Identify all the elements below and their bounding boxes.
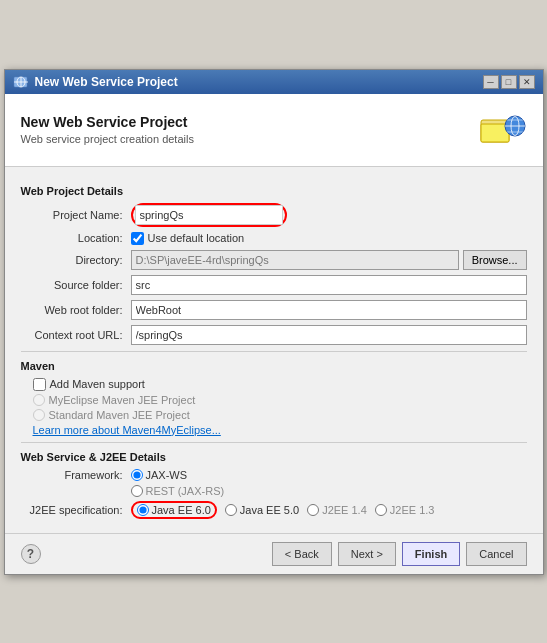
j2ee-spec-label: J2EE specification: [21,504,131,516]
header-subtitle: Web service project creation details [21,133,194,145]
finish-button[interactable]: Finish [402,542,460,566]
separator-1 [21,351,527,352]
main-window: New Web Service Project ─ □ ✕ New Web Se… [4,69,544,575]
location-row: Location:Use default location [21,232,527,245]
maven-section: Maven Add Maven support MyEclipse Maven … [21,360,527,436]
context-root-url-row: Context root URL: [21,325,527,345]
help-button[interactable]: ? [21,544,41,564]
framework-label: Framework: [21,469,131,481]
jaxws-radio[interactable] [131,469,143,481]
source-folder-label: Source folder: [21,279,131,291]
directory-label: Directory: [21,254,131,266]
project-name-input[interactable] [135,205,283,225]
use-default-location-checkbox[interactable] [131,232,144,245]
java-ee-5-option: Java EE 5.0 [225,504,299,516]
framework-row: Framework: JAX-WS [21,469,527,481]
next-button[interactable]: Next > [338,542,396,566]
learn-more-link[interactable]: Learn more about Maven4MyEclipse... [21,424,527,436]
j2ee-13-radio[interactable] [375,504,387,516]
header-title: New Web Service Project [21,114,194,130]
jaxws-label: JAX-WS [146,469,188,481]
source-folder-input[interactable] [131,275,527,295]
standard-maven-row: Standard Maven JEE Project [21,409,527,421]
standard-maven-radio[interactable] [33,409,45,421]
j2ee-options: Java EE 6.0 Java EE 5.0 J2EE 1.4 J2EE 1.… [131,501,435,519]
j2ee-14-label: J2EE 1.4 [322,504,367,516]
globe-folder-icon [479,106,527,154]
j2ee-spec-row: J2EE specification: Java EE 6.0 Java EE … [21,501,527,519]
java-ee-6-radio[interactable] [137,504,149,516]
location-label: Location: [21,232,131,244]
web-project-details-section-title: Web Project Details [21,185,527,197]
rest-option: REST (JAX-RS) [131,485,225,497]
header-section: New Web Service Project Web service proj… [5,94,543,167]
project-name-label: Project Name: [21,209,131,221]
jaxws-option: JAX-WS [131,469,188,481]
separator-2 [21,442,527,443]
myeclipse-maven-label: MyEclipse Maven JEE Project [49,394,196,406]
browse-button[interactable]: Browse... [463,250,527,270]
project-name-circle [131,203,287,227]
use-default-location-label: Use default location [148,232,245,244]
ws-j2ee-section-title: Web Service & J2EE Details [21,451,527,463]
source-folder-row: Source folder: [21,275,527,295]
context-root-url-label: Context root URL: [21,329,131,341]
j2ee-14-option: J2EE 1.4 [307,504,367,516]
project-name-row: Project Name: [21,203,527,227]
title-bar-title: New Web Service Project [35,75,178,89]
minimize-button[interactable]: ─ [483,75,499,89]
java-ee-6-label: Java EE 6.0 [152,504,211,516]
header-text: New Web Service Project Web service proj… [21,114,194,145]
rest-radio[interactable] [131,485,143,497]
j2ee-14-radio[interactable] [307,504,319,516]
web-root-folder-label: Web root folder: [21,304,131,316]
cancel-button[interactable]: Cancel [466,542,526,566]
add-maven-support-checkbox[interactable] [33,378,46,391]
rest-label: REST (JAX-RS) [146,485,225,497]
add-maven-support-row: Add Maven support [21,378,527,391]
title-bar-buttons: ─ □ ✕ [483,75,535,89]
close-button[interactable]: ✕ [519,75,535,89]
java-ee-5-label: Java EE 5.0 [240,504,299,516]
back-button[interactable]: < Back [272,542,332,566]
context-root-url-input[interactable] [131,325,527,345]
maximize-button[interactable]: □ [501,75,517,89]
java-ee-6-option: Java EE 6.0 [137,504,211,516]
myeclipse-maven-row: MyEclipse Maven JEE Project [21,394,527,406]
add-maven-support-label: Add Maven support [50,378,145,390]
web-root-folder-row: Web root folder: [21,300,527,320]
standard-maven-label: Standard Maven JEE Project [49,409,190,421]
myeclipse-maven-radio[interactable] [33,394,45,406]
content-area: Web Project Details Project Name: Locati… [5,167,543,533]
footer-buttons: < Back Next > Finish Cancel [272,542,527,566]
j2ee-13-label: J2EE 1.3 [390,504,435,516]
java-ee-5-radio[interactable] [225,504,237,516]
java-ee-6-circle: Java EE 6.0 [131,501,217,519]
directory-row: Directory: Browse... [21,250,527,270]
title-bar-icon [13,74,29,90]
maven-section-title: Maven [21,360,527,372]
web-root-folder-input[interactable] [131,300,527,320]
j2ee-13-option: J2EE 1.3 [375,504,435,516]
title-bar-left: New Web Service Project [13,74,178,90]
title-bar: New Web Service Project ─ □ ✕ [5,70,543,94]
framework-options: JAX-WS [131,469,188,481]
rest-row: REST (JAX-RS) [21,485,527,497]
directory-input[interactable] [131,250,459,270]
footer: ? < Back Next > Finish Cancel [5,533,543,574]
